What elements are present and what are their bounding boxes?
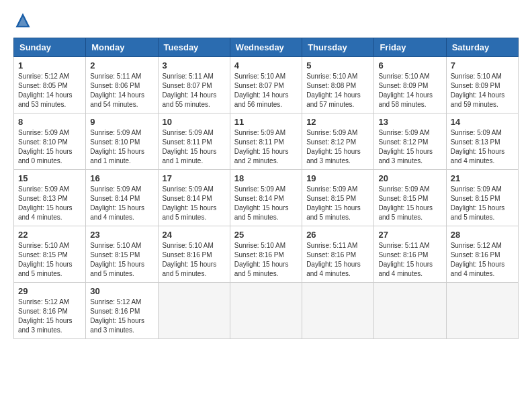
day-info: Sunrise: 5:12 AMSunset: 8:05 PMDaylight:…	[18, 72, 81, 109]
day-number: 26	[306, 230, 369, 240]
day-number: 3	[163, 60, 226, 71]
weekday-header: Tuesday	[158, 38, 230, 57]
day-number: 28	[451, 230, 514, 240]
day-info: Sunrise: 5:10 AMSunset: 8:09 PMDaylight:…	[378, 72, 441, 109]
calendar-day-cell: 27Sunrise: 5:11 AMSunset: 8:16 PMDayligh…	[374, 226, 446, 283]
calendar-day-cell: 6Sunrise: 5:10 AMSunset: 8:09 PMDaylight…	[374, 57, 446, 113]
day-number: 30	[90, 286, 153, 296]
day-number: 1	[18, 60, 81, 71]
day-info: Sunrise: 5:10 AMSunset: 8:09 PMDaylight:…	[451, 72, 514, 109]
day-number: 10	[163, 117, 226, 127]
calendar-day-cell: 22Sunrise: 5:10 AMSunset: 8:15 PMDayligh…	[14, 226, 86, 283]
calendar-day-cell: 13Sunrise: 5:09 AMSunset: 8:12 PMDayligh…	[374, 113, 446, 170]
day-number: 9	[90, 117, 153, 127]
day-number: 5	[306, 60, 369, 71]
day-number: 11	[234, 117, 298, 127]
calendar-day-cell: 21Sunrise: 5:09 AMSunset: 8:15 PMDayligh…	[446, 170, 518, 226]
day-info: Sunrise: 5:10 AMSunset: 8:16 PMDaylight:…	[163, 241, 226, 279]
day-info: Sunrise: 5:09 AMSunset: 8:15 PMDaylight:…	[451, 185, 514, 222]
day-info: Sunrise: 5:10 AMSunset: 8:15 PMDaylight:…	[18, 241, 81, 279]
day-info: Sunrise: 5:09 AMSunset: 8:14 PMDaylight:…	[163, 185, 226, 222]
day-number: 29	[18, 286, 81, 296]
calendar-day-cell: 9Sunrise: 5:09 AMSunset: 8:10 PMDaylight…	[86, 113, 158, 170]
logo	[13, 11, 35, 30]
day-info: Sunrise: 5:09 AMSunset: 8:13 PMDaylight:…	[18, 185, 81, 222]
day-info: Sunrise: 5:11 AMSunset: 8:07 PMDaylight:…	[163, 72, 226, 109]
day-info: Sunrise: 5:10 AMSunset: 8:07 PMDaylight:…	[234, 72, 298, 109]
calendar-day-cell: 3Sunrise: 5:11 AMSunset: 8:07 PMDaylight…	[158, 57, 230, 113]
day-number: 2	[90, 60, 153, 71]
day-number: 7	[451, 60, 514, 71]
calendar-week-row: 15Sunrise: 5:09 AMSunset: 8:13 PMDayligh…	[14, 170, 519, 226]
day-info: Sunrise: 5:09 AMSunset: 8:14 PMDaylight:…	[90, 185, 153, 222]
calendar-day-cell: 17Sunrise: 5:09 AMSunset: 8:14 PMDayligh…	[158, 170, 230, 226]
day-info: Sunrise: 5:11 AMSunset: 8:16 PMDaylight:…	[306, 241, 369, 279]
weekday-header: Saturday	[446, 38, 518, 57]
day-number: 19	[306, 173, 369, 183]
weekday-header: Monday	[86, 38, 158, 57]
calendar-day-cell	[374, 283, 446, 339]
day-info: Sunrise: 5:09 AMSunset: 8:10 PMDaylight:…	[18, 128, 81, 166]
calendar-day-cell: 4Sunrise: 5:10 AMSunset: 8:07 PMDaylight…	[230, 57, 302, 113]
calendar-day-cell: 10Sunrise: 5:09 AMSunset: 8:11 PMDayligh…	[158, 113, 230, 170]
day-info: Sunrise: 5:11 AMSunset: 8:16 PMDaylight:…	[378, 241, 441, 279]
day-number: 20	[378, 173, 441, 183]
day-info: Sunrise: 5:09 AMSunset: 8:10 PMDaylight:…	[90, 128, 153, 166]
weekday-header: Sunday	[14, 38, 86, 57]
day-info: Sunrise: 5:10 AMSunset: 8:08 PMDaylight:…	[306, 72, 369, 109]
calendar-day-cell: 1Sunrise: 5:12 AMSunset: 8:05 PMDaylight…	[14, 57, 86, 113]
calendar-day-cell: 15Sunrise: 5:09 AMSunset: 8:13 PMDayligh…	[14, 170, 86, 226]
calendar-table: SundayMondayTuesdayWednesdayThursdayFrid…	[13, 38, 519, 339]
day-number: 14	[451, 117, 514, 127]
calendar-day-cell: 16Sunrise: 5:09 AMSunset: 8:14 PMDayligh…	[86, 170, 158, 226]
calendar-week-row: 8Sunrise: 5:09 AMSunset: 8:10 PMDaylight…	[14, 113, 519, 170]
calendar-day-cell: 28Sunrise: 5:12 AMSunset: 8:16 PMDayligh…	[446, 226, 518, 283]
day-number: 17	[163, 173, 226, 183]
calendar-day-cell	[302, 283, 374, 339]
page: SundayMondayTuesdayWednesdayThursdayFrid…	[0, 0, 532, 411]
calendar-week-row: 29Sunrise: 5:12 AMSunset: 8:16 PMDayligh…	[14, 283, 519, 339]
logo-icon	[13, 11, 32, 30]
day-number: 18	[234, 173, 298, 183]
day-info: Sunrise: 5:10 AMSunset: 8:15 PMDaylight:…	[90, 241, 153, 279]
calendar-day-cell	[230, 283, 302, 339]
day-info: Sunrise: 5:09 AMSunset: 8:14 PMDaylight:…	[234, 185, 298, 222]
day-number: 4	[234, 60, 298, 71]
calendar-day-cell: 18Sunrise: 5:09 AMSunset: 8:14 PMDayligh…	[230, 170, 302, 226]
day-number: 16	[90, 173, 153, 183]
day-number: 23	[90, 230, 153, 240]
day-info: Sunrise: 5:12 AMSunset: 8:16 PMDaylight:…	[90, 298, 153, 335]
weekday-header: Friday	[374, 38, 446, 57]
calendar-day-cell: 23Sunrise: 5:10 AMSunset: 8:15 PMDayligh…	[86, 226, 158, 283]
calendar-day-cell: 19Sunrise: 5:09 AMSunset: 8:15 PMDayligh…	[302, 170, 374, 226]
header	[13, 11, 519, 30]
weekday-header: Thursday	[302, 38, 374, 57]
calendar-day-cell: 12Sunrise: 5:09 AMSunset: 8:12 PMDayligh…	[302, 113, 374, 170]
day-number: 6	[378, 60, 441, 71]
weekday-header: Wednesday	[230, 38, 302, 57]
calendar-day-cell: 29Sunrise: 5:12 AMSunset: 8:16 PMDayligh…	[14, 283, 86, 339]
day-info: Sunrise: 5:12 AMSunset: 8:16 PMDaylight:…	[451, 241, 514, 279]
day-info: Sunrise: 5:09 AMSunset: 8:15 PMDaylight:…	[378, 185, 441, 222]
calendar-day-cell: 20Sunrise: 5:09 AMSunset: 8:15 PMDayligh…	[374, 170, 446, 226]
day-number: 25	[234, 230, 298, 240]
calendar-day-cell: 8Sunrise: 5:09 AMSunset: 8:10 PMDaylight…	[14, 113, 86, 170]
calendar-day-cell: 30Sunrise: 5:12 AMSunset: 8:16 PMDayligh…	[86, 283, 158, 339]
calendar-week-row: 1Sunrise: 5:12 AMSunset: 8:05 PMDaylight…	[14, 57, 519, 113]
day-info: Sunrise: 5:10 AMSunset: 8:16 PMDaylight:…	[234, 241, 298, 279]
calendar-week-row: 22Sunrise: 5:10 AMSunset: 8:15 PMDayligh…	[14, 226, 519, 283]
day-number: 22	[18, 230, 81, 240]
day-info: Sunrise: 5:09 AMSunset: 8:11 PMDaylight:…	[163, 128, 226, 166]
calendar-day-cell	[446, 283, 518, 339]
calendar-day-cell: 5Sunrise: 5:10 AMSunset: 8:08 PMDaylight…	[302, 57, 374, 113]
calendar-day-cell: 14Sunrise: 5:09 AMSunset: 8:13 PMDayligh…	[446, 113, 518, 170]
day-number: 24	[163, 230, 226, 240]
calendar-day-cell: 25Sunrise: 5:10 AMSunset: 8:16 PMDayligh…	[230, 226, 302, 283]
day-number: 27	[378, 230, 441, 240]
calendar-day-cell: 26Sunrise: 5:11 AMSunset: 8:16 PMDayligh…	[302, 226, 374, 283]
calendar-day-cell	[158, 283, 230, 339]
day-info: Sunrise: 5:09 AMSunset: 8:13 PMDaylight:…	[451, 128, 514, 166]
day-info: Sunrise: 5:09 AMSunset: 8:12 PMDaylight:…	[378, 128, 441, 166]
day-number: 13	[378, 117, 441, 127]
day-info: Sunrise: 5:09 AMSunset: 8:11 PMDaylight:…	[234, 128, 298, 166]
